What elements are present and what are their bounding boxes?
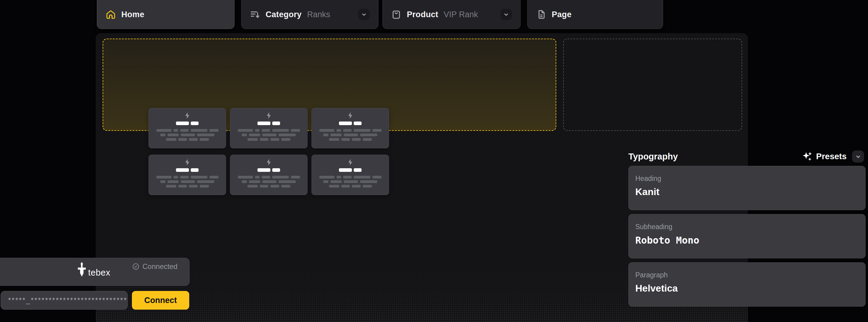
status-text: Connected [143,262,178,271]
empty-section-dropzone[interactable] [563,39,742,131]
text-placeholder-chip [344,180,358,183]
tab-category[interactable]: Category Ranks [241,0,378,29]
tebex-logo: tebex [77,261,110,279]
text-placeholder-chip [181,180,195,183]
text-placeholder-chip [262,134,276,136]
text-placeholder-chip [344,134,358,136]
text-placeholder-chip [167,134,179,136]
text-placeholder-chip [260,185,268,187]
tab-product-label: Product [407,10,438,19]
font-card-heading[interactable]: Heading Kanit [628,166,866,210]
presets-label: Presets [816,152,846,161]
sparkles-icon [802,151,812,162]
text-placeholder-chip [343,129,351,132]
chevron-down-icon [361,11,367,18]
text-placeholder-chip [319,129,334,132]
font-card-value: Roboto Mono [635,235,865,246]
text-placeholder-chip [262,176,270,178]
text-placeholder-chip [343,176,351,178]
text-placeholder-chip [178,185,187,187]
text-placeholder-chip [329,138,339,141]
text-placeholder-chip [242,180,247,183]
text-placeholder-chip [242,134,247,136]
text-placeholder-chip [197,134,214,136]
text-placeholder-chip [262,180,276,183]
tebex-secret-key-input[interactable]: *****_**************************** [1,291,128,310]
text-placeholder-chip [180,176,189,178]
text-placeholder-chip [341,138,350,141]
text-placeholder-chip [354,176,370,178]
text-placeholder-chip [166,185,176,187]
placeholder-product-card[interactable] [230,155,308,195]
text-placeholder-chip [160,134,165,136]
tab-category-dropdown-button[interactable] [358,9,370,20]
tab-home[interactable]: Home [97,0,235,29]
text-placeholder-chip [329,185,339,187]
connect-button[interactable]: Connect [132,291,189,310]
text-placeholder-chip [281,185,290,187]
text-placeholder-chip [352,138,361,141]
home-icon [105,9,116,20]
text-placeholder-chip [174,176,178,178]
font-card-paragraph[interactable]: Paragraph Helvetica [628,262,866,307]
font-card-subheading[interactable]: Subheading Roboto Mono [628,214,866,258]
tab-product-dropdown-button[interactable] [500,9,512,20]
text-placeholder-chip [337,176,341,178]
text-placeholder-chip [291,176,300,178]
text-placeholder-chip [189,185,198,187]
text-placeholder-chip [200,185,209,187]
tab-product[interactable]: Product VIP Rank [382,0,521,29]
presets-dropdown-button[interactable] [852,150,864,163]
text-placeholder-chip [249,180,260,183]
text-placeholder-chip [160,180,165,183]
text-placeholder-chip [331,180,342,183]
text-placeholder-chip [352,185,361,187]
text-placeholder-chip [247,185,258,187]
text-placeholder-chip [197,180,214,183]
lightning-bolt-icon [265,158,273,166]
text-placeholder-chip [281,138,290,141]
text-placeholder-chip [255,129,259,132]
tab-product-value: VIP Rank [444,10,478,19]
text-placeholder-chip [210,176,218,178]
presets-button[interactable]: Presets [802,150,864,163]
title-placeholder [176,121,198,125]
font-card-label: Heading [635,175,865,183]
text-placeholder-chip [337,129,341,132]
placeholder-product-card[interactable] [311,108,389,148]
text-placeholder-chip [291,129,300,132]
lightning-bolt-icon [346,112,354,119]
text-placeholder-chip [272,176,289,178]
body-placeholder [156,129,218,141]
lightning-bolt-icon [184,158,191,166]
text-placeholder-chip [319,176,334,178]
bag-icon [391,9,401,20]
text-placeholder-chip [272,129,289,132]
text-placeholder-chip [174,129,178,132]
placeholder-product-card[interactable] [149,155,226,195]
font-card-label: Subheading [635,223,865,231]
font-card-value: Kanit [635,186,865,198]
text-placeholder-chip [238,129,253,132]
title-placeholder [339,121,362,125]
placeholder-product-card[interactable] [311,155,389,195]
text-placeholder-chip [279,134,296,136]
placeholder-product-card[interactable] [230,108,308,148]
body-placeholder [156,176,218,187]
tab-category-value: Ranks [307,10,330,19]
text-placeholder-chip [372,129,381,132]
body-placeholder [319,176,381,187]
tab-page-label: Page [552,10,571,19]
text-placeholder-chip [271,138,279,141]
text-placeholder-chip [191,176,207,178]
typography-panel-title: Typography [628,152,678,162]
text-placeholder-chip [238,176,253,178]
tab-page[interactable]: Page [527,0,663,29]
circle-check-icon [132,263,140,270]
text-placeholder-chip [323,180,329,183]
placeholder-product-card[interactable] [149,108,226,148]
chevron-down-icon [855,153,862,160]
tebex-sword-icon [77,261,86,279]
text-placeholder-chip [247,138,258,141]
text-placeholder-chip [360,180,377,183]
